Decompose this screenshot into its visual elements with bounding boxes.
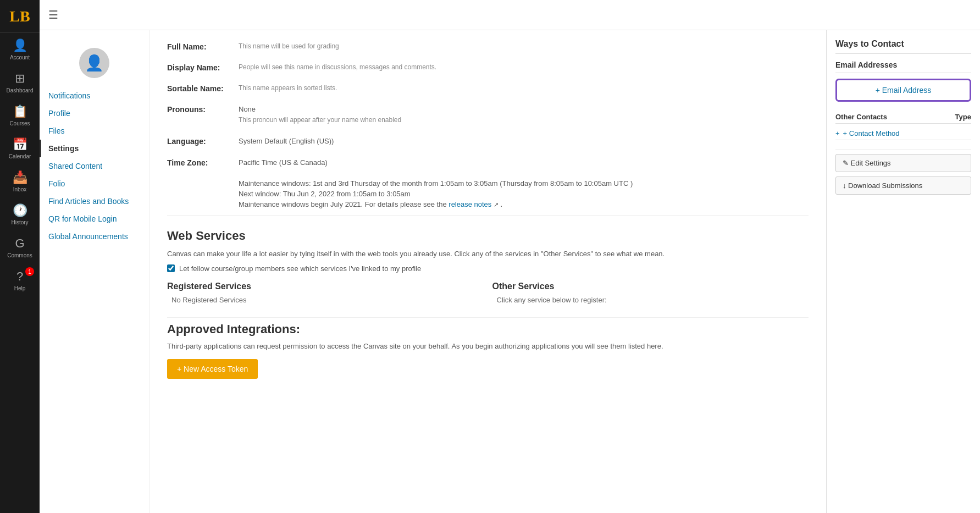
label-pronouns: Pronouns:	[167, 104, 239, 114]
sidebar-item-account[interactable]: 👤 Account	[0, 33, 40, 66]
add-contact-label: + Contact Method	[843, 129, 900, 137]
dashboard-label: Dashboard	[7, 87, 34, 93]
value-timezone: Pacific Time (US & Canada)	[239, 157, 328, 168]
contacts-header-label: Other Contacts	[835, 113, 887, 121]
add-contact-method-button[interactable]: + + Contact Method	[835, 127, 900, 140]
label-full-name: Full Name:	[167, 41, 239, 51]
sidebar-item-history[interactable]: 🕐 History	[0, 198, 40, 231]
secondary-nav-profile[interactable]: Profile	[40, 104, 149, 122]
inbox-label: Inbox	[13, 186, 26, 192]
type-header-label: Type	[955, 113, 971, 121]
add-contact-icon: +	[835, 129, 840, 137]
right-panel: Ways to Contact Email Addresses + Email …	[826, 30, 980, 513]
value-pronouns: None This pronoun will appear after your…	[239, 104, 401, 125]
value-text-pronouns: None	[239, 105, 256, 113]
value-sortable-name: This name appears in sorted lists.	[239, 83, 337, 93]
registered-services-col: Registered Services No Registered Servic…	[167, 282, 484, 304]
label-language: Language:	[167, 136, 239, 146]
integrations-section: Approved Integrations: Third-party appli…	[167, 322, 809, 379]
integrations-title: Approved Integrations:	[167, 322, 809, 337]
secondary-nav-folio[interactable]: Folio	[40, 175, 149, 192]
secondary-nav-shared-content[interactable]: Shared Content	[40, 157, 149, 175]
sidebar-item-inbox[interactable]: 📥 Inbox	[0, 165, 40, 198]
sidebar-dark: LB 👤 Account ⊞ Dashboard 📋 Courses 📅 Cal…	[0, 0, 40, 513]
web-services-checkbox[interactable]	[167, 264, 175, 272]
value-display-name: People will see this name in discussions…	[239, 62, 436, 72]
main-content: Full Name: This name will be used for gr…	[150, 30, 826, 513]
account-icon: 👤	[13, 38, 27, 53]
download-submissions-button[interactable]: ↓ Download Submissions	[835, 176, 971, 195]
sidebar-secondary: 👤 NotificationsProfileFilesSettingsShare…	[40, 30, 150, 513]
calendar-label: Calendar	[9, 153, 31, 159]
history-label: History	[11, 219, 28, 225]
field-display-name: Display Name: People will see this name …	[167, 62, 809, 72]
value-text-language: System Default (English (US))	[239, 137, 334, 145]
hint-sortable-name: This name appears in sorted lists.	[239, 83, 337, 93]
next-window-text: Next window: Thu Jun 2, 2022 from 1:05am…	[239, 190, 809, 198]
logo-area: LB	[0, 0, 40, 33]
release-notes-suffix: .	[501, 200, 503, 208]
secondary-nav-find-articles[interactable]: Find Articles and Books	[40, 192, 149, 210]
label-timezone: Time Zone:	[167, 157, 239, 167]
field-language: Language: System Default (English (US))	[167, 136, 809, 147]
secondary-nav-settings[interactable]: Settings	[40, 140, 149, 157]
external-link-icon: ↗	[494, 201, 499, 208]
logo: LB	[9, 9, 30, 24]
maintenance-info: Maintenance windows: 1st and 3rd Thursda…	[239, 179, 809, 208]
release-notes-prefix: Maintenance windows begin July 2021. For…	[239, 200, 449, 208]
add-email-button[interactable]: + Email Address	[835, 79, 971, 102]
avatar: 👤	[79, 48, 109, 78]
web-services-desc: Canvas can make your life a lot easier b…	[167, 250, 809, 258]
sidebar-item-dashboard[interactable]: ⊞ Dashboard	[0, 66, 40, 99]
edit-settings-button[interactable]: ✎ Edit Settings	[835, 154, 971, 172]
ways-to-contact-title: Ways to Contact	[835, 39, 971, 54]
field-sortable-name: Sortable Name: This name appears in sort…	[167, 83, 809, 93]
secondary-nav-notifications[interactable]: Notifications	[40, 87, 149, 104]
web-services-checkbox-row: Let fellow course/group members see whic…	[167, 264, 809, 273]
sidebar-item-courses[interactable]: 📋 Courses	[0, 99, 40, 132]
help-icon: ?	[16, 269, 23, 284]
new-access-token-button[interactable]: + New Access Token	[167, 359, 258, 379]
account-label: Account	[10, 54, 30, 60]
web-services-title: Web Services	[167, 229, 809, 243]
sidebar-item-help[interactable]: ? Help 1	[0, 264, 40, 297]
contacts-header: Other Contacts Type	[835, 111, 971, 124]
web-services-section: Web Services Canvas can make your life a…	[167, 229, 809, 304]
contacts-table: Other Contacts Type + + Contact Method	[835, 111, 971, 140]
value-full-name: This name will be used for grading	[239, 41, 339, 51]
label-sortable-name: Sortable Name:	[167, 83, 239, 93]
avatar-container: 👤	[40, 39, 149, 87]
web-services-checkbox-label: Let fellow course/group members see whic…	[179, 264, 421, 273]
dashboard-icon: ⊞	[15, 71, 25, 86]
secondary-nav-files[interactable]: Files	[40, 122, 149, 140]
sidebar-item-commons[interactable]: G Commons	[0, 231, 40, 264]
registered-empty: No Registered Services	[167, 296, 484, 304]
field-timezone: Time Zone: Pacific Time (US & Canada)	[167, 157, 809, 168]
services-grid: Registered Services No Registered Servic…	[167, 282, 809, 304]
courses-icon: 📋	[13, 104, 27, 119]
sidebar-item-calendar[interactable]: 📅 Calendar	[0, 132, 40, 165]
hint-display-name: People will see this name in discussions…	[239, 62, 436, 72]
commons-label: Commons	[7, 252, 32, 258]
courses-label: Courses	[9, 120, 30, 126]
other-services-col: Other Services Click any service below t…	[492, 282, 809, 304]
other-desc: Click any service below to register:	[492, 296, 809, 304]
secondary-nav-qr-login[interactable]: QR for Mobile Login	[40, 210, 149, 228]
content-row: 👤 NotificationsProfileFilesSettingsShare…	[40, 30, 980, 513]
value-language: System Default (English (US))	[239, 136, 334, 147]
registered-title: Registered Services	[167, 282, 484, 291]
calendar-icon: 📅	[13, 137, 27, 152]
help-label: Help	[14, 285, 26, 291]
hint-pronouns: This pronoun will appear after your name…	[239, 115, 401, 125]
inbox-icon: 📥	[13, 170, 27, 185]
hamburger-icon[interactable]: ☰	[48, 8, 58, 21]
integrations-desc: Third-party applications can request per…	[167, 342, 809, 350]
help-badge: 1	[25, 267, 34, 276]
commons-icon: G	[15, 236, 24, 251]
release-notes-link[interactable]: release notes	[449, 200, 491, 208]
email-addresses-title: Email Addresses	[835, 60, 971, 73]
label-display-name: Display Name:	[167, 62, 239, 72]
secondary-nav-global-announcements[interactable]: Global Announcements	[40, 228, 149, 245]
release-notes-row: Maintenance windows begin July 2021. For…	[239, 200, 809, 208]
main-wrapper: ☰ 👤 NotificationsProfileFilesSettingsSha…	[40, 0, 980, 513]
